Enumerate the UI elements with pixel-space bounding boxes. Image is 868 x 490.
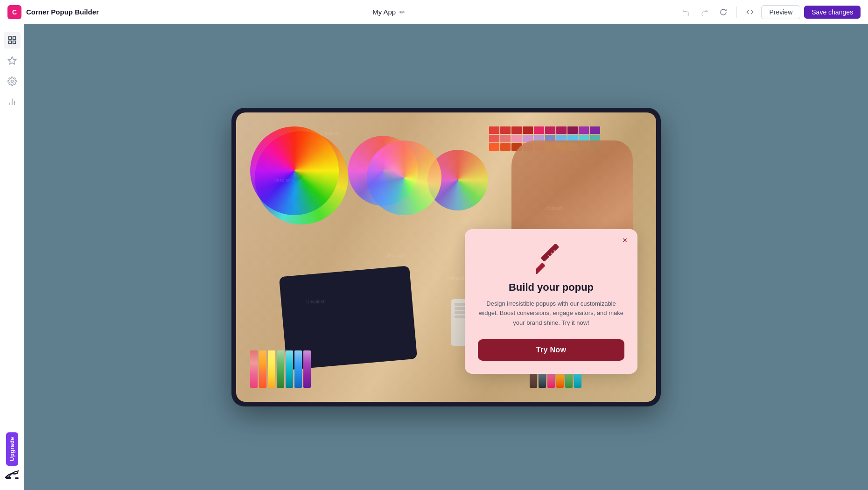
color-wheel-3 [427, 150, 488, 210]
svg-rect-3 [8, 41, 11, 44]
bottom-swatches [250, 350, 311, 388]
popup-close-button[interactable]: × [619, 235, 631, 247]
sidebar-item-pin[interactable] [4, 52, 21, 69]
app-title: Corner Popup Builder [26, 8, 99, 16]
canvas-area: Unsplash Unsplash Unsplash Unsplash Unsp… [24, 24, 868, 490]
redo-button[interactable] [697, 5, 712, 20]
svg-marker-15 [540, 270, 544, 274]
project-name: My App [372, 8, 396, 16]
watermark-3: Unsplash [385, 252, 405, 258]
divider [736, 7, 737, 18]
preview-button[interactable]: Preview [761, 5, 800, 19]
design-tools-icon [536, 244, 566, 274]
svg-point-4 [11, 80, 13, 83]
bird-logo-icon [5, 469, 20, 479]
save-button[interactable]: Save changes [804, 6, 861, 19]
popup-title: Build your popup [478, 281, 624, 294]
color-wheel-2 [348, 136, 418, 206]
sidebar: Upgrade [0, 24, 24, 490]
topbar-left: C Corner Popup Builder [7, 5, 99, 19]
edit-project-icon[interactable]: ✏ [399, 8, 405, 16]
sidebar-item-analytics[interactable] [4, 93, 21, 110]
device-screen: Unsplash Unsplash Unsplash Unsplash Unsp… [236, 112, 656, 402]
svg-rect-1 [13, 37, 15, 40]
svg-point-8 [6, 476, 11, 479]
undo-button[interactable] [679, 5, 693, 20]
watermark-1: Unsplash [320, 131, 340, 136]
upgrade-button[interactable]: Upgrade [6, 432, 18, 466]
sidebar-item-grid[interactable] [4, 32, 21, 49]
code-button[interactable] [742, 5, 757, 20]
device-frame: Unsplash Unsplash Unsplash Unsplash Unsp… [231, 108, 661, 406]
sidebar-item-settings[interactable] [4, 73, 21, 90]
popup-icon-area [478, 244, 624, 274]
sidebar-bottom: Upgrade [5, 432, 20, 483]
svg-rect-9 [15, 477, 19, 479]
topbar: C Corner Popup Builder My App ✏ Preview … [0, 0, 868, 24]
main-layout: Upgrade [0, 24, 868, 490]
watermark-5: Unsplash [446, 276, 466, 281]
color-wheel-1 [250, 126, 339, 215]
svg-rect-0 [8, 37, 11, 40]
app-logo: C [7, 5, 21, 19]
restore-button[interactable] [716, 5, 731, 20]
svg-rect-10 [540, 244, 559, 262]
popup-description: Design irresistible popups with our cust… [478, 299, 624, 328]
topbar-right: Preview Save changes [679, 5, 861, 20]
watermark-6: Unsplash [543, 206, 563, 211]
topbar-center: My App ✏ [372, 8, 405, 16]
watermark-4: Unsplash [306, 299, 326, 304]
watermark-2: Unsplash [273, 178, 293, 183]
popup-cta-button[interactable]: Try Now [478, 339, 624, 361]
popup-card: × [465, 229, 637, 374]
svg-rect-2 [13, 41, 15, 44]
